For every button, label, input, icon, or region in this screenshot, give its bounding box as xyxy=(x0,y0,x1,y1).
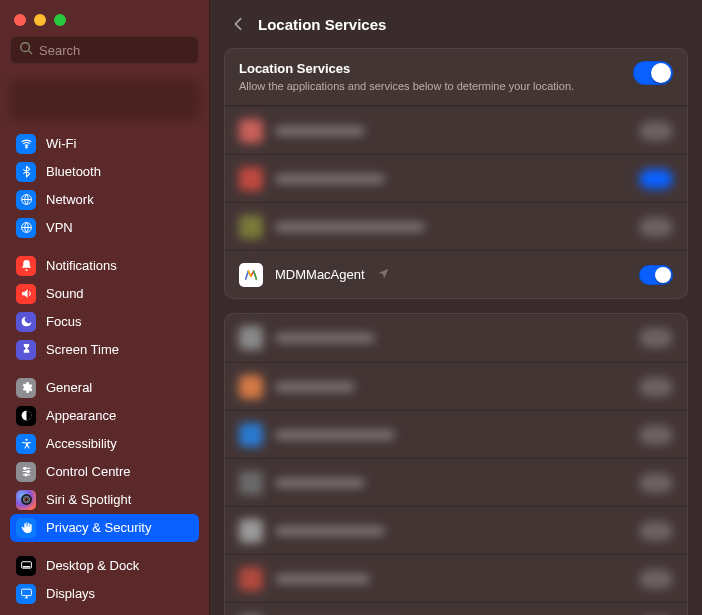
bell-icon xyxy=(16,256,36,276)
app-row-redacted xyxy=(225,314,687,362)
app-row-redacted xyxy=(225,202,687,250)
app-toggle-mdmmacagent[interactable] xyxy=(639,265,673,285)
vpn-icon xyxy=(16,218,36,238)
minimize-window-button[interactable] xyxy=(34,14,46,26)
sidebar-item-label: Control Centre xyxy=(46,464,131,479)
app-name-label: MDMMacAgent xyxy=(275,267,365,282)
app-row-mdmmacagent: MDMMacAgent xyxy=(225,250,687,298)
sidebar-item-label: Appearance xyxy=(46,408,116,423)
gear-icon xyxy=(16,378,36,398)
search-icon xyxy=(19,41,33,59)
location-arrow-icon xyxy=(377,266,390,284)
svg-point-2 xyxy=(25,147,26,148)
page-title: Location Services xyxy=(258,16,386,33)
display-icon xyxy=(16,584,36,604)
sidebar-item-label: Desktop & Dock xyxy=(46,558,139,573)
sidebar-item-label: General xyxy=(46,380,92,395)
siri-icon xyxy=(16,490,36,510)
search-field[interactable] xyxy=(10,36,199,64)
titlebar: Location Services xyxy=(210,0,702,48)
svg-rect-18 xyxy=(21,589,31,596)
wifi-icon xyxy=(16,134,36,154)
svg-point-6 xyxy=(25,439,27,441)
panel-description: Allow the applications and services belo… xyxy=(239,79,574,93)
sidebar-item-screen-time[interactable]: Screen Time xyxy=(10,336,199,364)
moon-icon xyxy=(16,312,36,332)
location-services-master-toggle[interactable] xyxy=(633,61,673,85)
panel-title: Location Services xyxy=(239,61,574,76)
sidebar-item-label: Network xyxy=(46,192,94,207)
app-row-redacted xyxy=(225,154,687,202)
sidebar-item-label: Accessibility xyxy=(46,436,117,451)
sidebar-item-siri-spotlight[interactable]: Siri & Spotlight xyxy=(10,486,199,514)
sidebar-item-label: VPN xyxy=(46,220,73,235)
sidebar-nav: Wi-FiBluetoothNetworkVPNNotificationsSou… xyxy=(0,130,209,615)
sidebar-item-sound[interactable]: Sound xyxy=(10,280,199,308)
app-row-redacted xyxy=(225,506,687,554)
app-row-redacted xyxy=(225,410,687,458)
main-content: Location Services Location Services Allo… xyxy=(210,0,702,615)
sidebar-item-label: Bluetooth xyxy=(46,164,101,179)
app-icon-mdmmacagent xyxy=(239,263,263,287)
sidebar-item-label: Sound xyxy=(46,286,84,301)
window-controls xyxy=(0,8,209,36)
svg-point-10 xyxy=(27,471,29,473)
app-row-redacted xyxy=(225,106,687,154)
app-row-redacted xyxy=(225,362,687,410)
sidebar-item-displays[interactable]: Displays xyxy=(10,580,199,608)
svg-rect-17 xyxy=(22,566,30,567)
apps-panel-redacted xyxy=(224,313,688,615)
sidebar-item-notifications[interactable]: Notifications xyxy=(10,252,199,280)
sound-icon xyxy=(16,284,36,304)
sidebar-item-bluetooth[interactable]: Bluetooth xyxy=(10,158,199,186)
svg-point-8 xyxy=(23,467,25,469)
hourglass-icon xyxy=(16,340,36,360)
sidebar-item-desktop-dock[interactable]: Desktop & Dock xyxy=(10,552,199,580)
sidebar-item-focus[interactable]: Focus xyxy=(10,308,199,336)
controls-icon xyxy=(16,462,36,482)
sidebar-item-label: Screen Time xyxy=(46,342,119,357)
svg-point-13 xyxy=(21,494,32,505)
close-window-button[interactable] xyxy=(14,14,26,26)
bluetooth-icon xyxy=(16,162,36,182)
svg-point-12 xyxy=(24,474,26,476)
hand-icon xyxy=(16,518,36,538)
sidebar-item-label: Displays xyxy=(46,586,95,601)
svg-point-0 xyxy=(21,43,30,52)
sidebar-item-control-centre[interactable]: Control Centre xyxy=(10,458,199,486)
sidebar-item-label: Notifications xyxy=(46,258,117,273)
sidebar-item-label: Focus xyxy=(46,314,81,329)
app-row-redacted xyxy=(225,554,687,602)
sidebar-item-privacy-security[interactable]: Privacy & Security xyxy=(10,514,199,542)
sidebar-item-label: Siri & Spotlight xyxy=(46,492,131,507)
dock-icon xyxy=(16,556,36,576)
panel-header: Location Services Allow the applications… xyxy=(225,49,687,106)
sidebar-item-appearance[interactable]: Appearance xyxy=(10,402,199,430)
location-services-panel: Location Services Allow the applications… xyxy=(224,48,688,299)
sidebar-item-wi-fi[interactable]: Wi-Fi xyxy=(10,130,199,158)
account-card[interactable] xyxy=(10,80,199,120)
appearance-icon xyxy=(16,406,36,426)
app-row-redacted xyxy=(225,458,687,506)
sidebar-item-vpn[interactable]: VPN xyxy=(10,214,199,242)
sidebar: Wi-FiBluetoothNetworkVPNNotificationsSou… xyxy=(0,0,210,615)
network-icon xyxy=(16,190,36,210)
sidebar-item-label: Privacy & Security xyxy=(46,520,151,535)
search-input[interactable] xyxy=(39,43,207,58)
zoom-window-button[interactable] xyxy=(54,14,66,26)
sidebar-item-label: Wi-Fi xyxy=(46,136,76,151)
svg-line-1 xyxy=(29,51,33,55)
sidebar-item-general[interactable]: General xyxy=(10,374,199,402)
sidebar-item-network[interactable]: Network xyxy=(10,186,199,214)
back-button[interactable] xyxy=(228,14,248,34)
accessibility-icon xyxy=(16,434,36,454)
sidebar-item-accessibility[interactable]: Accessibility xyxy=(10,430,199,458)
app-row-redacted xyxy=(225,602,687,615)
